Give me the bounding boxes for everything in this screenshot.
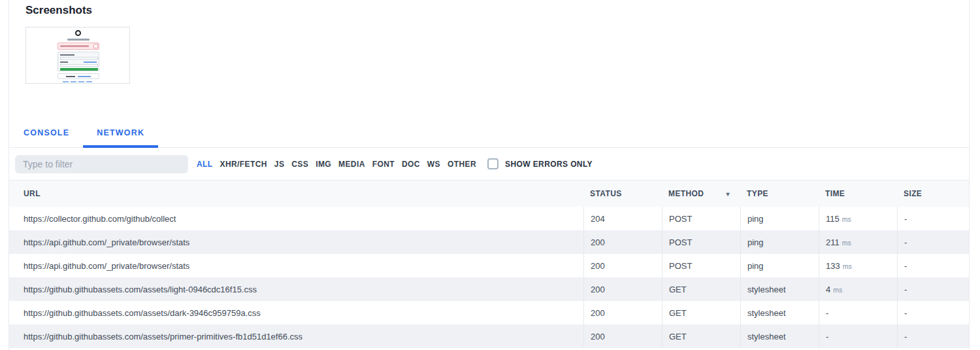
cell-url: https://github.githubassets.com/assets/d… <box>9 301 583 324</box>
cell-time: - <box>819 301 897 324</box>
time-unit: ms <box>842 237 851 247</box>
filter-type-media[interactable]: MEDIA <box>338 160 365 169</box>
cell-status: 200 <box>583 277 662 301</box>
network-requests-table: URLSTATUSMETHOD▾TYPETIMESIZE https://col… <box>9 181 969 348</box>
sort-arrow-icon[interactable]: ▾ <box>727 190 730 198</box>
filter-input[interactable] <box>15 155 188 173</box>
thumb-login-form <box>57 52 99 71</box>
cell-url: https://collector.github.com/github/coll… <box>9 207 583 230</box>
cell-size: - <box>897 324 969 348</box>
cell-url: https://github.githubassets.com/assets/l… <box>9 277 583 301</box>
cell-time: - <box>819 324 897 348</box>
cell-size: - <box>897 230 969 254</box>
filter-type-js[interactable]: JS <box>274 160 284 169</box>
cell-url: https://api.github.com/_private/browser/… <box>9 230 583 254</box>
cell-method: POST <box>662 254 740 277</box>
table-row[interactable]: https://github.githubassets.com/assets/l… <box>9 277 969 301</box>
cell-time: 115ms <box>819 207 897 230</box>
time-unit: ms <box>842 214 851 223</box>
column-header-type[interactable]: TYPE <box>740 181 819 207</box>
show-errors-only-checkbox[interactable] <box>487 158 498 169</box>
column-header-url[interactable]: URL <box>9 181 583 207</box>
tab-console[interactable]: CONSOLE <box>10 120 83 148</box>
cell-status: 204 <box>583 207 662 230</box>
filter-type-ws[interactable]: WS <box>427 160 440 169</box>
cell-status: 200 <box>583 301 662 324</box>
github-logo-icon <box>75 30 81 36</box>
table-row[interactable]: https://api.github.com/_private/browser/… <box>9 230 969 254</box>
cell-url: https://github.githubassets.com/assets/p… <box>9 324 583 348</box>
thumb-signin-title <box>67 39 90 41</box>
table-row[interactable]: https://github.githubassets.com/assets/d… <box>9 301 969 324</box>
filter-type-doc[interactable]: DOC <box>402 160 420 169</box>
cell-type: ping <box>740 207 819 230</box>
cell-status: 200 <box>583 324 662 348</box>
filter-type-xhr-fetch[interactable]: XHR/FETCH <box>220 160 267 169</box>
filter-type-other[interactable]: OTHER <box>448 160 476 169</box>
thumb-footer-links <box>63 81 94 82</box>
cell-size: - <box>897 207 969 230</box>
filter-type-all[interactable]: ALL <box>197 160 213 169</box>
thumb-error-banner <box>57 43 99 50</box>
filter-type-img[interactable]: IMG <box>316 160 331 169</box>
cell-method: GET <box>662 301 740 324</box>
cell-type: ping <box>740 230 819 254</box>
show-errors-only-label: SHOW ERRORS ONLY <box>505 160 593 169</box>
cell-type: stylesheet <box>740 301 819 324</box>
cell-size: - <box>897 254 969 277</box>
cell-method: GET <box>662 277 740 301</box>
column-header-size[interactable]: SIZE <box>897 181 969 207</box>
cell-time: 211ms <box>819 230 897 254</box>
cell-time: 133ms <box>819 254 897 277</box>
filter-type-css[interactable]: CSS <box>291 160 308 169</box>
column-header-time[interactable]: TIME <box>819 181 897 207</box>
tab-network[interactable]: NETWORK <box>83 120 158 148</box>
table-row[interactable]: https://api.github.com/_private/browser/… <box>9 254 969 277</box>
table-header-row: URLSTATUSMETHOD▾TYPETIMESIZE <box>9 181 969 207</box>
network-filter-bar: ALLXHR/FETCHJSCSSIMGMEDIAFONTDOCWSOTHER … <box>9 148 969 181</box>
resource-type-filters: ALLXHR/FETCHJSCSSIMGMEDIAFONTDOCWSOTHER <box>197 160 476 169</box>
cell-size: - <box>897 301 969 324</box>
cell-url: https://api.github.com/_private/browser/… <box>9 254 583 277</box>
cell-type: stylesheet <box>740 277 819 301</box>
cell-method: POST <box>662 207 740 230</box>
column-header-method[interactable]: METHOD▾ <box>662 181 740 207</box>
screenshots-title: Screenshots <box>25 4 969 17</box>
cell-time: 4ms <box>819 277 897 301</box>
cell-size: - <box>897 277 969 301</box>
devtools-panel: Screenshots CONSOLENETWORK ALLXHR/FETCHJ… <box>8 0 970 350</box>
cell-type: stylesheet <box>740 324 819 348</box>
thumb-close-icon <box>93 44 98 48</box>
table-body: https://collector.github.com/github/coll… <box>9 207 969 348</box>
table-row[interactable]: https://github.githubassets.com/assets/p… <box>9 324 969 348</box>
cell-status: 200 <box>583 230 662 254</box>
cell-status: 200 <box>583 254 662 277</box>
column-header-status[interactable]: STATUS <box>583 181 662 207</box>
time-unit: ms <box>843 261 852 270</box>
screenshot-thumbnail[interactable] <box>25 27 130 84</box>
table-row[interactable]: https://collector.github.com/github/coll… <box>9 207 969 230</box>
cell-method: GET <box>662 324 740 348</box>
filter-type-font[interactable]: FONT <box>372 160 395 169</box>
thumb-signin-button <box>60 68 98 71</box>
time-unit: ms <box>833 285 842 294</box>
cell-type: ping <box>740 254 819 277</box>
thumb-create-account-box <box>57 73 99 79</box>
cell-method: POST <box>662 230 740 254</box>
panel-tabs: CONSOLENETWORK <box>9 120 969 148</box>
